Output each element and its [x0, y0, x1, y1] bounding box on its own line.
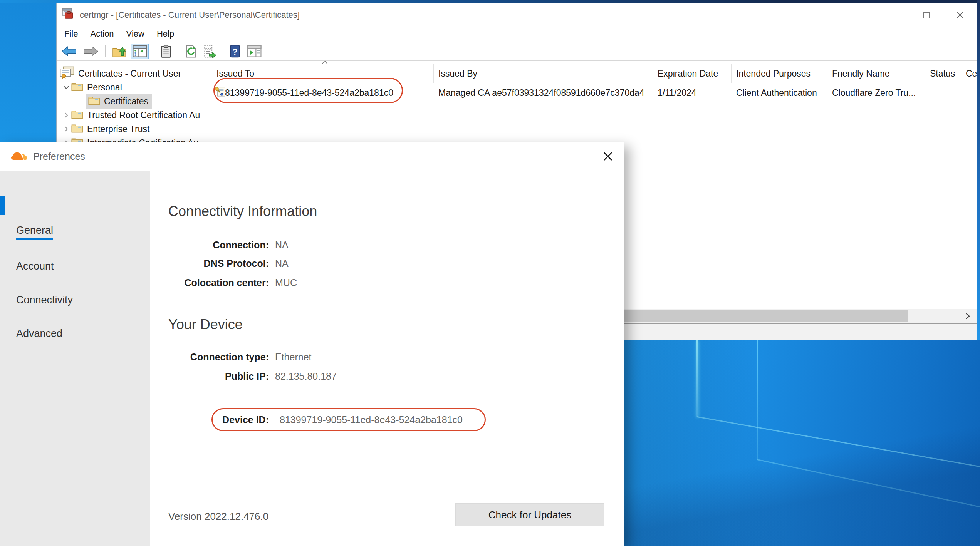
- check-for-updates-button[interactable]: Check for Updates: [455, 503, 604, 526]
- tree-item-label: Certificates - Current User: [78, 69, 181, 79]
- certmgr-menubar: File Action View Help: [57, 27, 977, 41]
- clipboard-icon: [161, 45, 171, 58]
- export-list-icon: [204, 45, 216, 58]
- forward-button[interactable]: [82, 44, 100, 59]
- show-console-tree-icon: [133, 45, 147, 57]
- help-icon: ?: [230, 45, 240, 58]
- close-dialog-button[interactable]: [599, 148, 616, 165]
- preferences-sidebar: General Account Connectivity Advanced: [0, 171, 150, 546]
- tree-item-label: Trusted Root Certification Au: [87, 110, 200, 121]
- certmgr-toolbar: ?: [57, 42, 977, 61]
- export-list-button[interactable]: [202, 43, 218, 59]
- value-device-id: 81399719-9055-11ed-8e43-524a2ba181c0: [280, 414, 463, 425]
- close-icon: [956, 11, 964, 19]
- folder-up-button[interactable]: [111, 44, 128, 59]
- statusbar-separator: [809, 326, 809, 338]
- tree-item-enterprise-trust[interactable]: Enterprise Trust: [57, 122, 211, 136]
- tree-item-personal[interactable]: Personal: [57, 80, 211, 94]
- tree-item-certificates[interactable]: Certificates: [57, 94, 211, 108]
- help-button[interactable]: ?: [228, 43, 242, 59]
- svg-text:?: ?: [232, 47, 238, 56]
- menu-action[interactable]: Action: [84, 29, 120, 39]
- cell-issued-to: 81399719-9055-11ed-8e43-524a2ba181c0: [225, 88, 434, 98]
- menu-view[interactable]: View: [120, 29, 151, 39]
- wallpaper-shading: [624, 340, 980, 546]
- folder-icon: [71, 109, 83, 121]
- minimize-icon: [888, 15, 896, 15]
- menu-help[interactable]: Help: [151, 29, 180, 39]
- label-public-ip: Public IP:: [168, 371, 269, 382]
- column-header-issued-by[interactable]: Issued By: [434, 64, 653, 83]
- chevron-right-icon[interactable]: [61, 112, 71, 118]
- show-action-pane-icon: [247, 45, 262, 57]
- preferences-titlebar[interactable]: Preferences: [0, 142, 624, 171]
- label-connection: Connection:: [168, 240, 269, 251]
- cell-expiration-date: 1/11/2024: [653, 88, 732, 98]
- column-header-issued-to[interactable]: Issued To: [212, 64, 434, 83]
- chevron-right-icon[interactable]: [61, 126, 71, 132]
- show-action-pane-button[interactable]: [245, 44, 263, 59]
- scroll-right-icon: [965, 312, 970, 320]
- active-nav-accent-bar: [0, 196, 5, 215]
- cell-friendly-name: Cloudflare Zero Tru...: [827, 88, 925, 98]
- nav-advanced[interactable]: Advanced: [16, 328, 62, 340]
- column-header-status[interactable]: Status: [925, 64, 957, 83]
- tree-item-trusted-root[interactable]: Trusted Root Certification Au: [57, 108, 211, 122]
- value-connection-type: Ethernet: [275, 352, 312, 363]
- copy-button[interactable]: [159, 43, 173, 59]
- certificate-row[interactable]: 81399719-9055-11ed-8e43-524a2ba181c0 Man…: [212, 83, 977, 102]
- refresh-button[interactable]: [183, 43, 199, 59]
- tree-item-label: Certificates: [104, 96, 148, 107]
- scroll-right-button[interactable]: [960, 310, 975, 322]
- warp-preferences-dialog: Preferences General Account Connectivity…: [0, 142, 624, 546]
- cell-issued-by: Managed CA ae57f03931324f08591d660e7c370…: [434, 88, 653, 98]
- maximize-icon: [923, 12, 930, 18]
- desktop-wallpaper-right: [977, 0, 980, 341]
- section-divider: [168, 308, 603, 308]
- toolbar-separator: [178, 45, 178, 57]
- refresh-icon: [185, 45, 197, 58]
- section-divider: [168, 401, 603, 401]
- toolbar-separator: [223, 45, 223, 57]
- toolbar-separator: [105, 45, 106, 57]
- cell-intended-purposes: Client Authentication: [732, 88, 827, 98]
- column-header-certificate[interactable]: Ce: [957, 64, 977, 83]
- column-header-intended-purposes[interactable]: Intended Purposes: [732, 64, 827, 83]
- tree-item-label: Personal: [87, 82, 122, 93]
- nav-general[interactable]: General: [16, 224, 53, 236]
- chevron-down-icon[interactable]: [61, 85, 71, 89]
- label-dns-protocol: DNS Protocol:: [168, 258, 269, 269]
- tree-item-certificates-current-user[interactable]: Certificates - Current User: [57, 67, 211, 80]
- minimize-button[interactable]: [875, 3, 909, 27]
- back-button[interactable]: [60, 44, 78, 59]
- tree-item-label: Enterprise Trust: [87, 124, 149, 134]
- folder-icon: [71, 81, 83, 94]
- close-window-button[interactable]: [943, 3, 977, 27]
- menu-file[interactable]: File: [58, 29, 84, 39]
- version-text: Version 2022.12.476.0: [168, 511, 268, 523]
- label-colocation-center: Colocation center:: [168, 277, 269, 288]
- show-console-tree-button[interactable]: [131, 44, 149, 59]
- maximize-button[interactable]: [909, 3, 943, 27]
- certmgr-titlebar[interactable]: certmgr - [Certificates - Current User\P…: [57, 3, 977, 27]
- toolbar-separator: [154, 45, 154, 57]
- nav-account[interactable]: Account: [16, 260, 54, 272]
- column-header-expiration-date[interactable]: Expiration Date: [653, 64, 732, 83]
- value-connection: NA: [275, 240, 289, 251]
- folder-icon: [71, 123, 83, 135]
- cloudflare-logo: [11, 151, 28, 162]
- close-icon: [602, 151, 614, 162]
- desktop-wallpaper: [624, 340, 980, 546]
- label-device-id: Device ID:: [168, 414, 269, 425]
- selected-tree-item: Certificates: [86, 94, 152, 109]
- nav-connectivity[interactable]: Connectivity: [16, 294, 73, 306]
- folder-icon: [88, 95, 100, 107]
- column-header-friendly-name[interactable]: Friendly Name: [827, 64, 925, 83]
- value-dns-protocol: NA: [275, 258, 289, 269]
- desktop-wallpaper-top: [0, 0, 980, 3]
- cert-store-icon: [60, 66, 74, 81]
- window-title: certmgr - [Certificates - Current User\P…: [80, 10, 300, 20]
- section-heading-your-device: Your Device: [168, 317, 243, 333]
- value-colocation-center: MUC: [275, 277, 297, 288]
- dialog-title: Preferences: [33, 151, 85, 162]
